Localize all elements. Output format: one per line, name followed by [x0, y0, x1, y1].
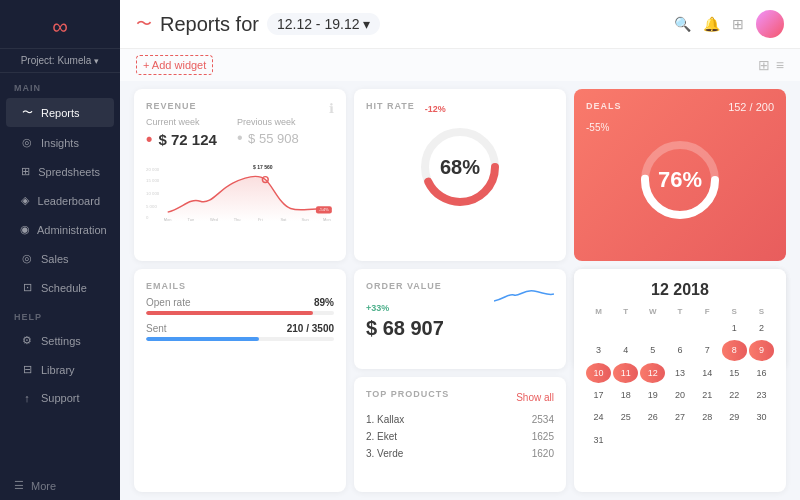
sidebar-item-sales[interactable]: ◎ Sales: [6, 245, 114, 272]
sidebar: ∞ Project: Kumela ▾ MAIN 〜 Reports ◎ Ins…: [0, 0, 120, 500]
calendar-day: [749, 430, 774, 450]
sidebar-item-library[interactable]: ⊟ Library: [6, 356, 114, 383]
deals-card: DEALS -55% 152 / 200 76%: [574, 89, 786, 261]
svg-text:Sat: Sat: [280, 217, 287, 222]
calendar-day[interactable]: 17: [586, 385, 611, 405]
calendar-day[interactable]: 14: [695, 363, 720, 383]
calendar-day[interactable]: 10: [586, 363, 611, 383]
page-title: Reports for: [160, 13, 259, 36]
product-3-name: 3. Verde: [366, 448, 403, 459]
orderval-top: ORDER VALUE +33% $ 68 907: [366, 281, 554, 340]
sidebar-item-schedule[interactable]: ⊡ Schedule: [6, 274, 114, 301]
calendar-day[interactable]: 19: [640, 385, 665, 405]
more-button[interactable]: ☰ More: [0, 471, 120, 500]
show-all-button[interactable]: Show all: [516, 392, 554, 403]
header-title-area: 〜 Reports for 12.12 - 19.12 ▾: [136, 13, 664, 36]
calendar-day[interactable]: 4: [613, 340, 638, 360]
bell-icon[interactable]: 🔔: [703, 16, 720, 32]
sidebar-item-label: Support: [41, 392, 80, 404]
calendar-day[interactable]: 12: [640, 363, 665, 383]
calendar-weekday-header: W: [640, 305, 665, 318]
calendar-day[interactable]: 29: [722, 407, 747, 427]
svg-text:Mon: Mon: [164, 217, 172, 222]
calendar-day[interactable]: 30: [749, 407, 774, 427]
email-sent-value: 210 / 3500: [287, 323, 334, 334]
sidebar-item-label: Leaderboard: [38, 195, 100, 207]
calendar-day[interactable]: 16: [749, 363, 774, 383]
product-row: 1. Kallax 2534: [366, 411, 554, 428]
calendar-day[interactable]: 13: [667, 363, 692, 383]
calendar-day[interactable]: 28: [695, 407, 720, 427]
hitrate-card: HIT RATE -12% 68%: [354, 89, 566, 261]
sidebar-item-support[interactable]: ↑ Support: [6, 385, 114, 411]
calendar-day: [695, 318, 720, 338]
date-range-picker[interactable]: 12.12 - 19.12 ▾: [267, 13, 381, 35]
product-row: 3. Verde 1620: [366, 445, 554, 462]
add-widget-button[interactable]: + Add widget: [136, 55, 213, 75]
calendar-day[interactable]: 5: [640, 340, 665, 360]
calendar-day[interactable]: 15: [722, 363, 747, 383]
calendar-day[interactable]: 3: [586, 340, 611, 360]
orderval-header: ORDER VALUE +33% $ 68 907: [366, 281, 444, 340]
calendar-weekday-header: M: [586, 305, 611, 318]
calendar-day: [640, 430, 665, 450]
calendar-day[interactable]: 20: [667, 385, 692, 405]
list-view-icon[interactable]: ≡: [776, 57, 784, 73]
calendar-day[interactable]: 24: [586, 407, 611, 427]
current-week-block: Current week • $ 72 124: [146, 117, 217, 150]
admin-icon: ◉: [20, 223, 30, 236]
revenue-top: REVENUE ℹ: [146, 101, 334, 117]
calendar-day[interactable]: 8: [722, 340, 747, 360]
product-row: 2. Eket 1625: [366, 428, 554, 445]
sidebar-item-leaderboard[interactable]: ◈ Leaderboard: [6, 187, 114, 214]
calendar-day[interactable]: 21: [695, 385, 720, 405]
sidebar-item-insights[interactable]: ◎ Insights: [6, 129, 114, 156]
calendar-day[interactable]: 23: [749, 385, 774, 405]
calendar-day[interactable]: 6: [667, 340, 692, 360]
calendar-card: 12 2018 MTWTFSS 123456789101112131415161…: [574, 269, 786, 492]
deals-nums: 152 / 200: [728, 101, 774, 113]
search-icon[interactable]: 🔍: [674, 16, 691, 32]
avatar[interactable]: [756, 10, 784, 38]
sidebar-item-settings[interactable]: ⚙ Settings: [6, 327, 114, 354]
info-icon[interactable]: ℹ: [329, 101, 334, 117]
calendar-day: [613, 318, 638, 338]
sent-progress-fill: [146, 337, 259, 341]
sidebar-item-label: Administration: [37, 224, 107, 236]
calendar-weekday-header: S: [749, 305, 774, 318]
orderval-label: ORDER VALUE: [366, 281, 444, 291]
calendar-day[interactable]: 22: [722, 385, 747, 405]
hitrate-label: HIT RATE: [366, 101, 415, 111]
calendar-day[interactable]: 18: [613, 385, 638, 405]
svg-text:-54%: -54%: [319, 207, 329, 212]
calendar-day[interactable]: 2: [749, 318, 774, 338]
emails-label: EMAILS: [146, 281, 334, 291]
calendar-day[interactable]: 11: [613, 363, 638, 383]
grid-icon[interactable]: ⊞: [732, 16, 744, 32]
calendar-day[interactable]: 9: [749, 340, 774, 360]
calendar-day: [695, 430, 720, 450]
calendar-day[interactable]: 31: [586, 430, 611, 450]
calendar-grid: MTWTFSS: [586, 305, 774, 318]
calendar-day: [722, 430, 747, 450]
calendar-day[interactable]: 25: [613, 407, 638, 427]
hitrate-chart: 68%: [366, 117, 554, 217]
sidebar-item-reports[interactable]: 〜 Reports: [6, 98, 114, 127]
project-selector[interactable]: Project: Kumela ▾: [0, 49, 120, 73]
calendar-day[interactable]: 1: [722, 318, 747, 338]
openrate-progress-bar: [146, 311, 334, 315]
revenue-label: REVENUE: [146, 101, 197, 111]
logo: ∞: [0, 0, 120, 49]
hitrate-value: 68%: [440, 156, 480, 179]
svg-text:20 000: 20 000: [146, 167, 160, 172]
sidebar-item-spreadsheets[interactable]: ⊞ Spredsheets: [6, 158, 114, 185]
sidebar-item-administration[interactable]: ◉ Administration: [6, 216, 114, 243]
calendar-day[interactable]: 7: [695, 340, 720, 360]
view-toggle: ⊞ ≡: [758, 57, 784, 73]
grid-view-icon[interactable]: ⊞: [758, 57, 770, 73]
chevron-icon: ▾: [94, 56, 99, 66]
svg-text:Sun: Sun: [302, 217, 309, 222]
calendar-day[interactable]: 26: [640, 407, 665, 427]
dot-icon: •: [146, 129, 152, 149]
calendar-day[interactable]: 27: [667, 407, 692, 427]
